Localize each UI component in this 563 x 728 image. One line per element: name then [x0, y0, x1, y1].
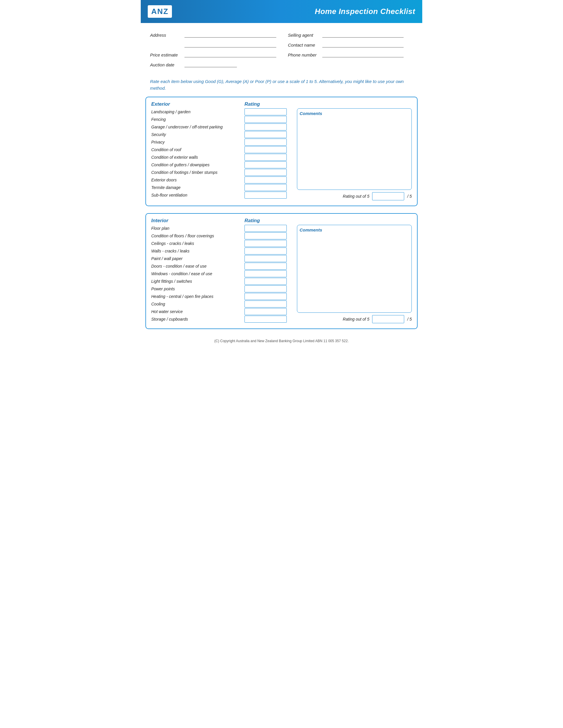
- interior-rating-input-2[interactable]: [244, 240, 287, 247]
- interior-rating-input-3[interactable]: [244, 248, 287, 255]
- exterior-item-label: Fencing: [151, 117, 241, 122]
- exterior-comments-area: Comments Rating out of 5 / 5: [297, 108, 412, 200]
- exterior-rating-input-8[interactable]: [244, 169, 287, 176]
- address-label: Address: [150, 33, 182, 38]
- interior-rating-out-input[interactable]: [372, 315, 404, 323]
- table-row: Heating - central / open fire places: [151, 293, 294, 300]
- exterior-item-label: Condition of footings / timber stumps: [151, 170, 241, 175]
- table-row: Windows - condition / ease of use: [151, 270, 294, 277]
- interior-item-label: Power points: [151, 287, 241, 291]
- table-row: Condition of floors / floor coverings: [151, 232, 294, 239]
- exterior-rating-input-1[interactable]: [244, 116, 287, 123]
- interior-rating-input-5[interactable]: [244, 263, 287, 270]
- contact-name-input[interactable]: [322, 41, 404, 47]
- interior-rating-input-4[interactable]: [244, 255, 287, 262]
- anz-logo-text: ANZ: [151, 7, 168, 16]
- interior-body: Floor planCondition of floors / floor co…: [151, 225, 412, 323]
- table-row: Sub-floor ventilation: [151, 192, 294, 199]
- anz-logo: ANZ: [148, 5, 172, 18]
- address-field-row: Address: [150, 31, 276, 38]
- table-row: Termite damage: [151, 184, 294, 191]
- right-fields: Selling agent Contact name Phone number: [288, 31, 404, 68]
- table-row: Condition of footings / timber stumps: [151, 169, 294, 176]
- interior-comments-box: Comments: [297, 225, 412, 313]
- interior-rating-input-12[interactable]: [244, 316, 287, 323]
- interior-rating-input-6[interactable]: [244, 270, 287, 277]
- interior-rating-input-0[interactable]: [244, 225, 287, 232]
- page-header: ANZ Home Inspection Checklist: [141, 0, 422, 23]
- footer: (C) Copyright Australia and New Zealand …: [141, 336, 422, 348]
- selling-agent-input[interactable]: [322, 31, 404, 38]
- exterior-rating-out-label: Rating out of 5: [343, 194, 369, 199]
- address2-field-row: [150, 41, 276, 47]
- interior-rating-input-7[interactable]: [244, 278, 287, 285]
- interior-rating-out-row: Rating out of 5 / 5: [297, 315, 412, 323]
- table-row: Power points: [151, 285, 294, 292]
- exterior-item-label: Exterior doors: [151, 178, 241, 182]
- phone-number-input[interactable]: [322, 51, 404, 57]
- exterior-comments-label: Comments: [300, 111, 409, 116]
- price-field-row: Price estimate: [150, 51, 276, 57]
- exterior-rating-suffix: / 5: [407, 194, 412, 199]
- interior-item-label: Heating - central / open fire places: [151, 294, 241, 299]
- interior-item-label: Ceilings - cracks / leaks: [151, 241, 241, 246]
- exterior-rating-out-row: Rating out of 5 / 5: [297, 192, 412, 200]
- exterior-section-header: Exterior Rating: [151, 101, 412, 107]
- interior-rating-input-8[interactable]: [244, 285, 287, 292]
- page-title: Home Inspection Checklist: [315, 7, 415, 16]
- exterior-rating-out-input[interactable]: [372, 192, 404, 200]
- table-row: Garage / undercover / off-street parking: [151, 123, 294, 130]
- address2-input[interactable]: [184, 41, 276, 47]
- price-input[interactable]: [184, 51, 276, 57]
- exterior-item-label: Condition of gutters / downpipes: [151, 162, 241, 167]
- interior-rating-input-1[interactable]: [244, 232, 287, 239]
- price-label: Price estimate: [150, 52, 182, 57]
- interior-item-label: Floor plan: [151, 226, 241, 231]
- exterior-item-label: Condition of roof: [151, 147, 241, 152]
- contact-name-label: Contact name: [288, 43, 320, 47]
- interior-item-label: Doors - condition / ease of use: [151, 264, 241, 268]
- exterior-rating-input-4[interactable]: [244, 139, 287, 146]
- auction-label: Auction date: [150, 62, 182, 67]
- interior-section: Interior Rating Floor planCondition of f…: [145, 213, 418, 329]
- exterior-section: Exterior Rating Landscaping / gardenFenc…: [145, 97, 418, 206]
- interior-rating-input-10[interactable]: [244, 301, 287, 308]
- top-fields-row: Address Price estimate Auction date Sell…: [150, 31, 413, 68]
- exterior-rating-input-11[interactable]: [244, 192, 287, 199]
- interior-rating-input-11[interactable]: [244, 308, 287, 315]
- exterior-item-label: Landscaping / garden: [151, 109, 241, 114]
- instructions: Rate each item below using Good (G), Ave…: [141, 78, 422, 91]
- table-row: Condition of exterior walls: [151, 154, 294, 161]
- exterior-rating-input-10[interactable]: [244, 184, 287, 191]
- exterior-rating-input-9[interactable]: [244, 176, 287, 183]
- interior-rating-input-9[interactable]: [244, 293, 287, 300]
- exterior-title: Exterior: [151, 101, 244, 107]
- phone-number-label: Phone number: [288, 52, 320, 57]
- exterior-rating-input-5[interactable]: [244, 146, 287, 153]
- exterior-rating-input-2[interactable]: [244, 123, 287, 130]
- contact-name-row: Contact name: [288, 41, 404, 47]
- exterior-comments-box: Comments: [297, 108, 412, 190]
- table-row: Ceilings - cracks / leaks: [151, 240, 294, 247]
- interior-rating-header: Rating: [244, 218, 291, 224]
- exterior-rating-input-7[interactable]: [244, 161, 287, 168]
- exterior-rating-input-6[interactable]: [244, 154, 287, 161]
- auction-field-row: Auction date: [150, 61, 276, 67]
- table-row: Privacy: [151, 139, 294, 146]
- interior-comments-label: Comments: [300, 227, 409, 232]
- exterior-rating-input-3[interactable]: [244, 131, 287, 138]
- interior-items: Floor planCondition of floors / floor co…: [151, 225, 294, 323]
- interior-rating-out-label: Rating out of 5: [343, 317, 369, 321]
- interior-comments-input[interactable]: [300, 234, 409, 310]
- table-row: Doors - condition / ease of use: [151, 263, 294, 270]
- auction-input[interactable]: [184, 61, 237, 67]
- address-input[interactable]: [184, 31, 276, 38]
- interior-item-label: Walls - cracks / leaks: [151, 249, 241, 253]
- table-row: Landscaping / garden: [151, 108, 294, 115]
- exterior-item-label: Sub-floor ventilation: [151, 193, 241, 197]
- exterior-item-label: Security: [151, 132, 241, 137]
- table-row: Exterior doors: [151, 176, 294, 183]
- exterior-comments-input[interactable]: [300, 117, 409, 187]
- table-row: Paint / wall paper: [151, 255, 294, 262]
- exterior-rating-input-0[interactable]: [244, 108, 287, 115]
